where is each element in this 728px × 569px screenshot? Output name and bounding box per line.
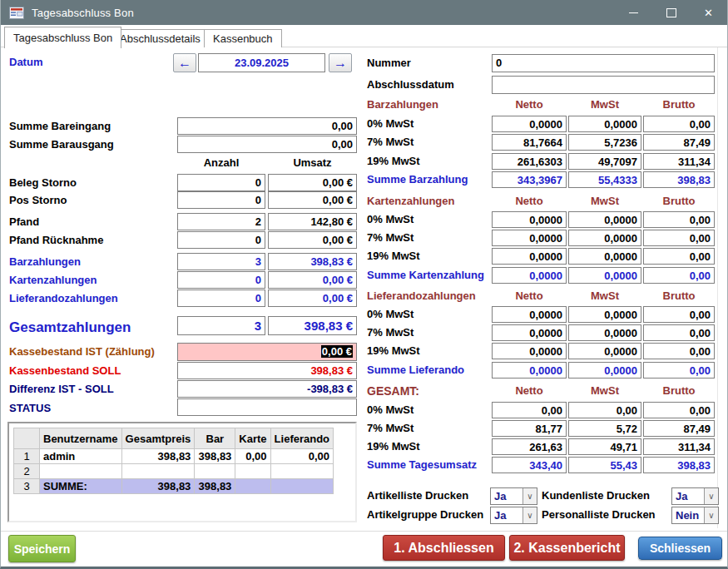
- netto-field[interactable]: 0,0000: [492, 343, 567, 359]
- anzahl-field[interactable]: 2: [177, 213, 265, 230]
- mwst-field[interactable]: 49,7097: [568, 153, 641, 170]
- mwst-field[interactable]: 0,0000: [568, 306, 641, 323]
- table-cell[interactable]: admin: [40, 449, 122, 464]
- table-cell[interactable]: [195, 464, 235, 479]
- abschlussdatum-field[interactable]: [492, 76, 715, 94]
- brutto-field[interactable]: 0,00: [643, 324, 715, 341]
- netto-field[interactable]: 0,0000: [492, 362, 567, 379]
- table-cell[interactable]: 398,83: [195, 449, 235, 464]
- gesamt-anzahl-field[interactable]: 3: [177, 316, 265, 335]
- brutto-field[interactable]: 87,49: [643, 134, 715, 151]
- brutto-field[interactable]: 398,83: [643, 171, 715, 188]
- netto-field[interactable]: 0,0000: [492, 230, 567, 246]
- minimize-button[interactable]: [615, 0, 652, 25]
- row-selector[interactable]: 1: [14, 449, 40, 464]
- artikelgruppe-drucken-combo[interactable]: Ja ∨: [490, 507, 537, 524]
- anzahl-field[interactable]: 0: [177, 231, 265, 249]
- brutto-field[interactable]: 0,00: [643, 230, 715, 246]
- brutto-field[interactable]: 0,00: [643, 306, 715, 323]
- artikelliste-drucken-combo[interactable]: Ja ∨: [490, 487, 537, 505]
- chevron-down-icon[interactable]: ∨: [522, 507, 537, 523]
- abschliessen-button[interactable]: 1. Abschliessen: [383, 535, 505, 561]
- netto-field[interactable]: 0,0000: [492, 116, 567, 132]
- brutto-field[interactable]: 0,00: [643, 402, 715, 418]
- brutto-field[interactable]: 311,34: [643, 153, 715, 170]
- summe-barausgang-field[interactable]: 0,00: [177, 136, 357, 153]
- umsatz-field[interactable]: 0,00 €: [268, 231, 357, 249]
- table-cell[interactable]: [270, 479, 333, 494]
- datum-field[interactable]: 23.09.2025: [198, 53, 325, 72]
- mwst-field[interactable]: 0,0000: [568, 343, 641, 359]
- kundenliste-drucken-combo[interactable]: Ja ∨: [671, 487, 719, 505]
- table-cell[interactable]: 0,00: [270, 449, 333, 464]
- netto-field[interactable]: 0,0000: [492, 211, 567, 228]
- brutto-field[interactable]: 0,00: [643, 211, 715, 228]
- mwst-field[interactable]: 55,4333: [568, 171, 641, 188]
- table-header-cell[interactable]: Bar: [195, 428, 235, 449]
- umsatz-field[interactable]: 0,00 €: [268, 271, 357, 289]
- mwst-field[interactable]: 5,7236: [568, 134, 641, 151]
- brutto-field[interactable]: 0,00: [643, 248, 715, 265]
- kassenbericht-button[interactable]: 2. Kassenbericht: [509, 535, 625, 561]
- chevron-down-icon[interactable]: ∨: [704, 488, 718, 504]
- table-header-cell[interactable]: Gesamtpreis: [121, 428, 195, 449]
- schliessen-button[interactable]: Schliessen: [638, 537, 722, 560]
- anzahl-field[interactable]: 3: [177, 253, 265, 270]
- anzahl-field[interactable]: 0: [177, 174, 265, 191]
- summe-bareingang-field[interactable]: 0,00: [177, 117, 357, 135]
- table-cell[interactable]: 0,00: [235, 449, 270, 464]
- maximize-button[interactable]: [652, 0, 690, 25]
- umsatz-field[interactable]: 0,00 €: [268, 174, 357, 191]
- netto-field[interactable]: 81,77: [492, 420, 567, 437]
- brutto-field[interactable]: 398,83: [643, 457, 715, 473]
- brutto-field[interactable]: 0,00: [643, 267, 715, 284]
- mwst-field[interactable]: 0,0000: [568, 267, 641, 284]
- chevron-down-icon[interactable]: ∨: [704, 507, 718, 523]
- speichern-button[interactable]: Speichern: [8, 535, 76, 562]
- mwst-field[interactable]: 0,0000: [568, 248, 641, 265]
- kassebestand-ist-field[interactable]: 0,00 €: [177, 343, 357, 361]
- anzahl-field[interactable]: 0: [177, 289, 265, 307]
- brutto-field[interactable]: 87,49: [643, 420, 715, 437]
- tab-abschlussdetails[interactable]: Abschlussdetails: [111, 29, 210, 47]
- umsatz-field[interactable]: 0,00 €: [268, 191, 357, 209]
- netto-field[interactable]: 0,0000: [492, 324, 567, 341]
- kassenbestand-soll-field[interactable]: 398,83 €: [177, 362, 357, 379]
- date-prev-button[interactable]: ←: [173, 53, 196, 72]
- table-cell[interactable]: [121, 464, 195, 479]
- netto-field[interactable]: 343,40: [492, 457, 567, 473]
- netto-field[interactable]: 343,3967: [492, 171, 567, 188]
- row-selector[interactable]: 3: [14, 479, 40, 494]
- gesamt-umsatz-field[interactable]: 398,83 €: [268, 316, 357, 335]
- table-cell[interactable]: 398,83: [195, 479, 235, 494]
- table-header-cell[interactable]: Benutzername: [40, 428, 122, 449]
- differenz-field[interactable]: -398,83 €: [177, 380, 357, 398]
- netto-field[interactable]: 0,0000: [492, 267, 567, 284]
- table-header-cell[interactable]: Lieferando: [270, 428, 333, 449]
- status-field[interactable]: [177, 398, 357, 416]
- nummer-field[interactable]: 0: [492, 54, 715, 72]
- date-next-button[interactable]: →: [329, 53, 352, 72]
- mwst-field[interactable]: 0,00: [568, 402, 641, 418]
- netto-field[interactable]: 0,0000: [492, 306, 567, 323]
- tab-tagesabschluss-bon[interactable]: Tagesabschluss Bon: [4, 27, 121, 48]
- table-cell[interactable]: 398,83: [121, 449, 195, 464]
- table-cell[interactable]: [270, 464, 333, 479]
- mwst-field[interactable]: 0,0000: [568, 211, 641, 228]
- table-cell[interactable]: [40, 464, 122, 479]
- mwst-field[interactable]: 55,43: [568, 457, 641, 473]
- mwst-field[interactable]: 0,0000: [568, 362, 641, 379]
- netto-field[interactable]: 0,00: [492, 402, 567, 418]
- mwst-field[interactable]: 0,0000: [568, 324, 641, 341]
- mwst-field[interactable]: 49,71: [568, 438, 641, 455]
- mwst-field[interactable]: 0,0000: [568, 116, 641, 132]
- anzahl-field[interactable]: 0: [177, 191, 265, 209]
- table-header-cell[interactable]: [14, 428, 40, 449]
- table-cell[interactable]: 398,83: [121, 479, 195, 494]
- brutto-field[interactable]: 0,00: [643, 343, 715, 359]
- netto-field[interactable]: 81,7664: [492, 134, 567, 151]
- table-cell[interactable]: [235, 464, 270, 479]
- umsatz-field[interactable]: 0,00 €: [268, 289, 357, 307]
- brutto-field[interactable]: 311,34: [643, 438, 715, 455]
- close-button[interactable]: ✕: [690, 0, 727, 25]
